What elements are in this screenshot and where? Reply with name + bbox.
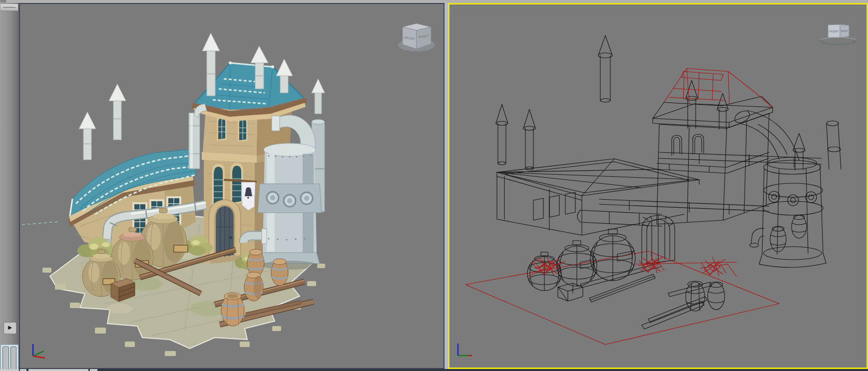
selected-ground-plane xyxy=(465,251,779,345)
tower-arch-window xyxy=(230,163,243,205)
axis-gizmo xyxy=(458,344,472,356)
layout-pane-left-icon xyxy=(2,347,9,370)
wf-crate-planks xyxy=(558,263,712,329)
wf-chimneys xyxy=(496,35,805,170)
arrow-right-icon: ▶ xyxy=(8,325,12,330)
viewcube[interactable]: FRONT RIGHT xyxy=(398,23,435,51)
wf-boiler xyxy=(733,108,841,267)
tower-arch-window xyxy=(212,164,225,206)
selected-roof-wireframe xyxy=(664,68,773,107)
wf-pots xyxy=(527,229,635,291)
wf-tower-eaves xyxy=(653,96,773,127)
wireframe-scene: FRONT RIGHT xyxy=(449,4,867,368)
shaded-scene: FRONT RIGHT xyxy=(20,4,443,368)
viewcube-front-label[interactable]: FRONT xyxy=(829,29,839,33)
viewcube-right-label[interactable]: RIGHT xyxy=(841,29,849,32)
app-window: ▶ xyxy=(0,0,868,371)
wf-tower xyxy=(642,113,769,264)
layout-tab-edge xyxy=(0,369,19,371)
statusbar-edge-strip xyxy=(0,369,868,371)
sidebar-drag-handle[interactable] xyxy=(0,4,18,11)
viewport-layout-sidebar: ▶ xyxy=(0,3,19,369)
wooden-barrel xyxy=(271,259,288,286)
viewport-splitter[interactable] xyxy=(444,3,448,369)
axis-gizmo xyxy=(33,344,45,358)
statusbar-segment xyxy=(90,369,97,371)
layout-tab-two-panes[interactable] xyxy=(0,345,18,371)
grip-icon xyxy=(3,7,15,8)
statusbar-segment xyxy=(28,369,88,371)
viewport-wireframe-active[interactable]: FRONT RIGHT xyxy=(448,3,868,369)
toolbar-mini-icon xyxy=(0,0,6,2)
viewport-shaded[interactable]: FRONT RIGHT xyxy=(19,3,444,369)
statusbar-segment xyxy=(20,369,26,371)
viewcube[interactable]: FRONT RIGHT xyxy=(819,24,857,45)
layout-flyout-button[interactable]: ▶ xyxy=(3,322,16,334)
layout-pane-right-icon xyxy=(10,347,17,370)
